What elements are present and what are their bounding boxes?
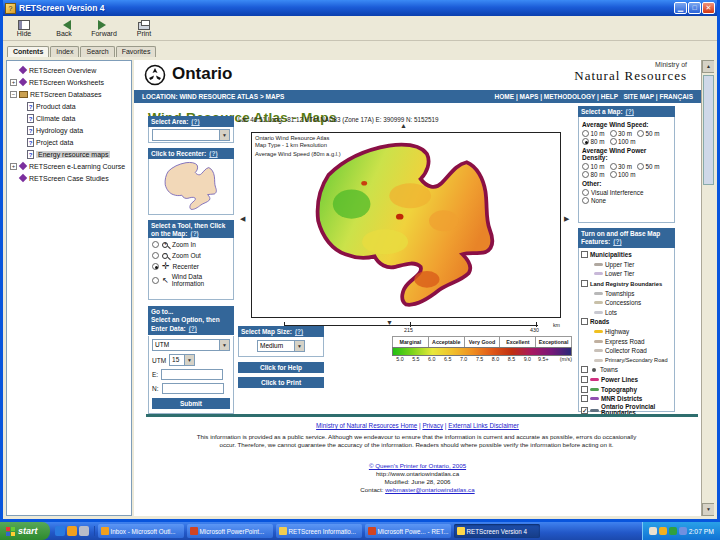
wind-data-radio[interactable] bbox=[152, 277, 159, 284]
map-size-dropdown[interactable]: Medium ▼ bbox=[257, 340, 305, 352]
pd-10m[interactable]: 10 m bbox=[582, 163, 605, 170]
pan-left-arrow[interactable]: ◀ bbox=[240, 215, 245, 223]
task-outlook[interactable]: Inbox - Microsoft Outl... bbox=[98, 524, 184, 538]
nav-help[interactable]: HELP bbox=[601, 93, 618, 100]
nav-home[interactable]: HOME bbox=[495, 93, 515, 100]
dropdown-arrow-icon[interactable]: ▼ bbox=[219, 130, 229, 140]
pd-50m[interactable]: 50 m bbox=[637, 163, 660, 170]
recenter-map-box[interactable] bbox=[148, 159, 234, 215]
dropdown-arrow-icon[interactable]: ▼ bbox=[294, 341, 304, 351]
ws-10m[interactable]: 10 m bbox=[582, 130, 605, 137]
tree-item-elearning[interactable]: + RETScreen e-Learning Course bbox=[7, 160, 131, 172]
minimize-button[interactable]: ▁ bbox=[674, 2, 687, 14]
expand-icon[interactable]: + bbox=[10, 163, 17, 170]
tree-item-project-data[interactable]: ? Project data bbox=[7, 136, 131, 148]
tray-icon-4[interactable] bbox=[679, 527, 687, 535]
help-link[interactable]: (?) bbox=[209, 150, 217, 157]
tool-zoom-in[interactable]: + Zoom In bbox=[152, 241, 230, 248]
feature-land-registry[interactable]: Land Registry Boundaries bbox=[581, 279, 672, 289]
tab-contents[interactable]: Contents bbox=[7, 46, 49, 57]
contact-email-link[interactable]: webmaster@ontariowindatlas.ca bbox=[385, 486, 475, 493]
tab-search[interactable]: Search bbox=[80, 46, 114, 57]
ws-80m[interactable]: 80 m bbox=[582, 138, 605, 145]
task-retscreen-active[interactable]: RETScreen Version 4 bbox=[454, 524, 540, 538]
tree-item-climate-data[interactable]: ? Climate data bbox=[7, 112, 131, 124]
task-retscreen-folder[interactable]: RETScreen Informatio... bbox=[276, 524, 362, 538]
ws-30m[interactable]: 30 m bbox=[610, 130, 633, 137]
tree-item-energy-resource-maps[interactable]: ? Energy resource maps bbox=[7, 148, 131, 160]
tree-item-databases[interactable]: − RETScreen Databases bbox=[7, 88, 131, 100]
dropdown-arrow-icon[interactable]: ▼ bbox=[219, 340, 229, 350]
nav-maps[interactable]: MAPS bbox=[520, 93, 539, 100]
task-powerpoint-2[interactable]: Microsoft Powe... - RET... bbox=[365, 524, 451, 538]
feature-roads[interactable]: Roads bbox=[581, 317, 672, 327]
click-for-help-button[interactable]: Click for Help bbox=[238, 362, 324, 373]
dropdown-arrow-icon[interactable]: ▼ bbox=[184, 355, 194, 365]
tool-recenter[interactable]: ✛ Recenter bbox=[152, 263, 230, 270]
pd-30m[interactable]: 30 m bbox=[610, 163, 633, 170]
tray-icon-3[interactable] bbox=[669, 527, 677, 535]
submit-button[interactable]: Submit bbox=[152, 398, 230, 409]
scrollbar-thumb[interactable] bbox=[703, 75, 714, 185]
scroll-down-arrow[interactable]: ▼ bbox=[702, 503, 714, 516]
tree-item-overview[interactable]: RETScreen Overview bbox=[7, 64, 131, 76]
scroll-up-arrow[interactable]: ▲ bbox=[702, 60, 714, 73]
ontario-wind-speed-map[interactable] bbox=[252, 133, 560, 317]
help-link[interactable]: (?) bbox=[626, 108, 634, 115]
external-links-disclaimer-link[interactable]: External Links Disclaimer bbox=[448, 422, 519, 429]
pd-80m[interactable]: 80 m bbox=[582, 171, 605, 178]
tool-zoom-out[interactable]: − Zoom Out bbox=[152, 252, 230, 259]
easting-input[interactable] bbox=[161, 369, 223, 380]
tree-item-case-studies[interactable]: RETScreen Case Studies bbox=[7, 172, 131, 184]
tray-icon-1[interactable] bbox=[649, 527, 657, 535]
task-powerpoint-1[interactable]: Microsoft PowerPoint... bbox=[187, 524, 273, 538]
other-visual-interference[interactable]: Visual Interference bbox=[582, 189, 671, 196]
zoom-in-radio[interactable] bbox=[152, 241, 159, 248]
start-button[interactable]: start bbox=[0, 522, 50, 540]
forward-button[interactable]: Forward bbox=[88, 20, 120, 37]
feature-municipalities[interactable]: Municipalities bbox=[581, 250, 672, 260]
help-link[interactable]: (?) bbox=[190, 230, 198, 237]
internet-explorer-icon[interactable] bbox=[55, 526, 65, 536]
help-link[interactable]: (?) bbox=[613, 238, 621, 245]
nav-francais[interactable]: FRANÇAIS bbox=[659, 93, 693, 100]
zoom-out-radio[interactable] bbox=[152, 252, 159, 259]
northing-input[interactable] bbox=[162, 383, 224, 394]
hide-button[interactable]: Hide bbox=[8, 20, 40, 37]
ontario-overview-map[interactable] bbox=[149, 159, 233, 213]
mnr-home-link[interactable]: Ministry of Natural Resources Home bbox=[316, 422, 417, 429]
content-scrollbar[interactable]: ▲ ▼ bbox=[701, 60, 714, 516]
pd-100m[interactable]: 100 m bbox=[610, 171, 636, 178]
nav-methodology[interactable]: METHODOLOGY bbox=[544, 93, 596, 100]
select-area-dropdown[interactable]: ▼ bbox=[152, 129, 230, 141]
maximize-button[interactable]: □ bbox=[688, 2, 701, 14]
tree-item-worksheets[interactable]: + RETScreen Worksheets bbox=[7, 76, 131, 88]
feature-topography[interactable]: Topography bbox=[581, 384, 672, 394]
close-button[interactable]: ✕ bbox=[702, 2, 715, 14]
print-button[interactable]: Print bbox=[128, 20, 160, 37]
nav-sitemap[interactable]: SITE MAP bbox=[623, 93, 654, 100]
queens-printer-link[interactable]: © Queen's Printer for Ontario, 2005 bbox=[369, 462, 466, 469]
click-to-print-button[interactable]: Click to Print bbox=[238, 377, 324, 388]
ws-50m[interactable]: 50 m bbox=[637, 130, 660, 137]
outlook-icon[interactable] bbox=[67, 526, 77, 536]
tree-item-product-data[interactable]: ? Product data bbox=[7, 100, 131, 112]
feature-power-lines[interactable]: Power Lines bbox=[581, 375, 672, 385]
utm-zone-dropdown[interactable]: 15 ▼ bbox=[169, 354, 195, 366]
expand-icon[interactable]: + bbox=[10, 79, 17, 86]
feature-towns[interactable]: Towns bbox=[581, 365, 672, 375]
help-link[interactable]: (?) bbox=[191, 118, 199, 125]
wind-map[interactable]: Ontario Wind Resource Atlas Map Type - 1… bbox=[251, 132, 561, 318]
recenter-radio[interactable] bbox=[152, 263, 159, 270]
pan-up-arrow[interactable]: ▲ bbox=[400, 122, 407, 129]
tool-wind-data[interactable]: ↖ Wind Data Information bbox=[152, 273, 230, 287]
goto-mode-dropdown[interactable]: UTM ▼ bbox=[152, 339, 230, 351]
pan-right-arrow[interactable]: ▶ bbox=[564, 215, 569, 223]
show-desktop-icon[interactable] bbox=[79, 526, 89, 536]
tab-favorites[interactable]: Favorites bbox=[116, 46, 157, 57]
ws-100m[interactable]: 100 m bbox=[610, 138, 636, 145]
help-link[interactable]: (?) bbox=[189, 325, 197, 332]
tray-icon-2[interactable] bbox=[659, 527, 667, 535]
tab-index[interactable]: Index bbox=[50, 46, 79, 57]
other-none[interactable]: None bbox=[582, 197, 671, 204]
